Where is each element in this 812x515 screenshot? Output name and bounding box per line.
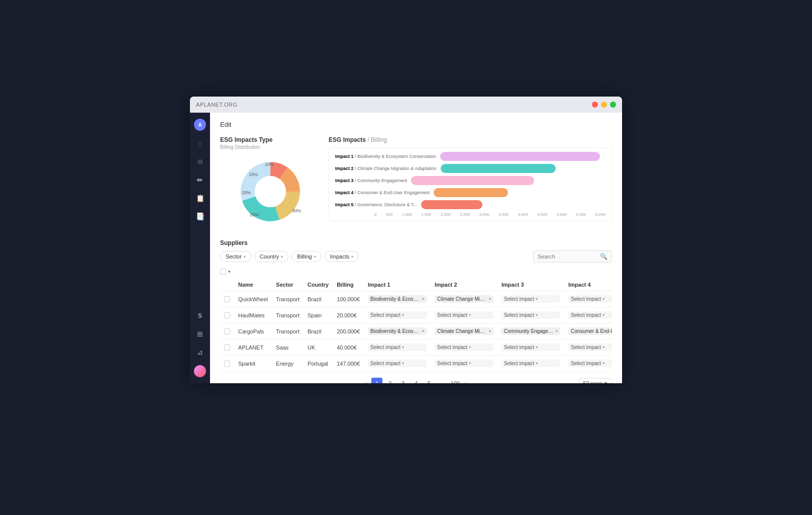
page-btn-4[interactable]: 4 [411, 378, 422, 383]
row-checkbox-cell[interactable] [220, 339, 234, 356]
row-checkbox-cell[interactable] [220, 291, 234, 307]
row-impact4[interactable]: Select impact ▾ [564, 291, 612, 307]
row-impact1[interactable]: Select impact ▾ [364, 307, 431, 323]
impact4-select[interactable]: Select impact ▾ [568, 360, 612, 367]
select-all-checkbox[interactable] [220, 269, 226, 275]
row-checkbox[interactable] [224, 296, 230, 302]
prev-page-btn[interactable]: ‹ [363, 380, 369, 383]
impact1-select[interactable]: Select impact ▾ [368, 344, 427, 351]
row-checkbox[interactable] [224, 345, 230, 351]
row-impact1[interactable]: Select impact ▾ [364, 339, 431, 356]
impact3-select[interactable]: Community Engagement ▾ [501, 327, 560, 335]
sidebar-item-doc1[interactable]: 📋 [195, 193, 205, 203]
row-impact4[interactable]: Select impact ▾ [564, 339, 612, 356]
impact1-select[interactable]: Biodiversity & Ecosystem... ▾ [368, 327, 427, 335]
impact3-select[interactable]: Select impact ▾ [501, 360, 560, 367]
country-filter[interactable]: Country ▾ [254, 251, 289, 262]
impact3-select[interactable]: Select impact ▾ [501, 295, 560, 303]
select-all-checkbox-wrap[interactable]: ▾ [220, 269, 231, 275]
row-impact3[interactable]: Select impact ▾ [497, 307, 564, 323]
bar-fill-1 [440, 152, 600, 161]
impact1-select[interactable]: Select impact ▾ [368, 360, 427, 367]
search-input[interactable] [538, 253, 598, 260]
row-impact3[interactable]: Select impact ▾ [497, 356, 564, 372]
row-impact2[interactable]: Select impact ▾ [431, 356, 497, 372]
row-impact4[interactable]: Select impact ▾ [564, 356, 612, 372]
impact2-select[interactable]: Select impact ▾ [435, 344, 493, 351]
chevron-down-icon: ▾ [469, 361, 471, 366]
impact4-select[interactable]: Select impact ▾ [568, 344, 612, 351]
impact2-select[interactable]: Climate Change Migratio... ▾ [435, 295, 493, 303]
row-sector: Transport [272, 307, 303, 323]
row-checkbox-cell[interactable] [220, 323, 234, 339]
next-page-btn[interactable]: › [463, 380, 469, 383]
sidebar-item-home[interactable]: ⌂ [195, 139, 205, 149]
sidebar-item-edit[interactable]: ✏ [195, 175, 205, 185]
bar-row-4: Impact 4 / Consumer & End-User Engagemen… [335, 188, 605, 197]
row-country: Portugal [303, 356, 333, 372]
row-impact4[interactable]: Consumer & End-User E... ▾ [564, 323, 612, 339]
row-impact2[interactable]: Climate Change Migratio... ▾ [431, 291, 497, 307]
row-checkbox[interactable] [224, 328, 230, 334]
sidebar-item-settings[interactable]: ⚙ [195, 157, 205, 167]
row-checkbox-cell[interactable] [220, 307, 234, 323]
page-btn-3[interactable]: 3 [397, 378, 409, 383]
chevron-down-icon: ▾ [281, 254, 283, 259]
impact2-select[interactable]: Select impact ▾ [435, 360, 493, 367]
row-impact1[interactable]: Biodiversity & Ecosystem... ▾ [364, 291, 431, 307]
chevron-down-icon: ▾ [402, 345, 404, 350]
rows-label: 50 rows [583, 380, 602, 383]
chevron-down-icon: ▾ [469, 345, 471, 350]
row-billing: 20.000€ [333, 307, 364, 323]
impact4-select[interactable]: Consumer & End-User E... ▾ [568, 327, 612, 335]
bar-label-4: Impact 4 / Consumer & End-User Engagemen… [335, 190, 430, 195]
impact3-select[interactable]: Select impact ▾ [501, 344, 560, 351]
page-btn-5[interactable]: 5 [424, 378, 435, 383]
avatar[interactable] [194, 365, 206, 377]
sidebar-logo[interactable]: A [194, 119, 206, 131]
row-impact2[interactable]: Climate Change Migratio... ▾ [431, 323, 497, 339]
row-impact3[interactable]: Select impact ▾ [497, 291, 564, 307]
row-impact2[interactable]: Select impact ▾ [431, 307, 497, 323]
row-impact4[interactable]: Select impact ▾ [564, 307, 612, 323]
row-checkbox[interactable] [224, 312, 230, 318]
maximize-btn[interactable] [610, 102, 616, 108]
bar-track-4 [434, 188, 605, 197]
label-20: 20% [242, 190, 251, 195]
sidebar-item-chart[interactable]: ⊿ [195, 347, 205, 357]
row-impact3[interactable]: Select impact ▾ [497, 339, 564, 356]
impact4-select[interactable]: Select impact ▾ [568, 295, 612, 303]
sidebar-item-doc2[interactable]: 📑 [195, 211, 205, 221]
search-box[interactable]: 🔍 [533, 250, 612, 263]
billing-filter[interactable]: Billing ▾ [291, 251, 321, 262]
sidebar-item-user[interactable]: S [195, 311, 205, 321]
row-checkbox[interactable] [224, 361, 230, 367]
rows-select[interactable]: 50 rows ▾ [578, 378, 612, 384]
chevron-down-icon: ▾ [489, 329, 491, 333]
row-impact3[interactable]: Community Engagement ▾ [497, 323, 564, 339]
impact1-select[interactable]: Select impact ▾ [368, 311, 427, 319]
page-btn-100[interactable]: 100 [450, 378, 461, 383]
sidebar-item-grid[interactable]: ⊞ [195, 329, 205, 339]
impact2-select[interactable]: Climate Change Migratio... ▾ [435, 327, 493, 335]
impact2-select[interactable]: Select impact ▾ [435, 311, 493, 319]
close-btn[interactable] [592, 102, 598, 108]
row-billing: 100.000€ [333, 291, 364, 307]
impact3-select[interactable]: Select impact ▾ [501, 311, 560, 319]
minimize-btn[interactable] [601, 102, 607, 108]
row-checkbox-cell[interactable] [220, 356, 234, 372]
impact4-select[interactable]: Select impact ▾ [568, 311, 612, 319]
chevron-down-icon: ▾ [536, 313, 538, 317]
row-sector: Energy [272, 356, 303, 372]
impacts-filter[interactable]: Impacts ▾ [325, 251, 359, 262]
row-impact1[interactable]: Select impact ▾ [364, 356, 431, 372]
row-impact1[interactable]: Biodiversity & Ecosystem... ▾ [364, 323, 431, 339]
page-btn-1[interactable]: 1 [371, 378, 382, 383]
page-btn-2[interactable]: 2 [384, 378, 395, 383]
select-all-arrow[interactable]: ▾ [228, 269, 231, 274]
row-impact2[interactable]: Select impact ▾ [431, 339, 497, 356]
sidebar: A ⌂ ⚙ ✏ 📋 📑 S ⊞ ⊿ [190, 113, 210, 383]
sector-filter[interactable]: Sector ▾ [220, 251, 251, 262]
impact1-select[interactable]: Biodiversity & Ecosystem... ▾ [368, 295, 427, 303]
page-ellipsis: ... [437, 378, 448, 383]
